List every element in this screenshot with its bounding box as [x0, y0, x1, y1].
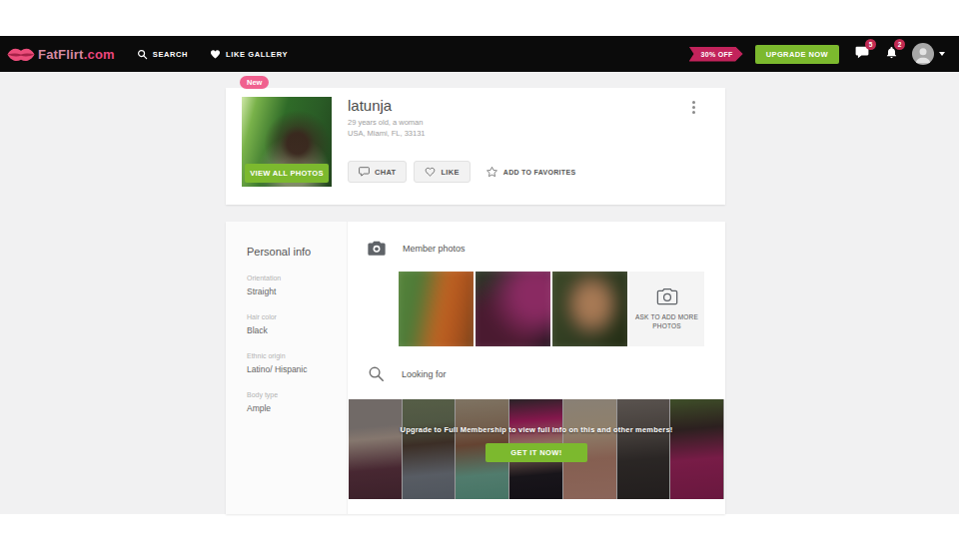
notifications-button[interactable]: 2 — [885, 45, 898, 63]
field-label: Orientation — [247, 275, 337, 281]
member-photos-row: ASK TO ADD MORE PHOTOS — [399, 272, 704, 346]
like-button-label: LIKE — [441, 168, 459, 177]
nav-search[interactable]: SEARCH — [137, 49, 188, 60]
heart-outline-icon — [425, 167, 436, 177]
navbar-left: FatFlirt.com SEARCH LIKE GALLERY — [0, 45, 288, 64]
upgrade-now-button[interactable]: UPGRADE NOW — [755, 45, 839, 64]
looking-for-title: Looking for — [402, 369, 447, 379]
top-navbar: FatFlirt.com SEARCH LIKE GALLERY 30% OFF… — [0, 36, 959, 72]
get-it-now-button[interactable]: GET IT NOW! — [485, 443, 587, 462]
person-icon — [913, 45, 933, 65]
view-all-photos-button[interactable]: VIEW ALL PHOTOS — [245, 164, 329, 183]
notifications-count-badge: 2 — [894, 39, 905, 50]
like-button[interactable]: LIKE — [414, 161, 470, 183]
banner-overlay: Upgrade to Full Membership to view full … — [349, 399, 724, 499]
search-icon — [137, 49, 148, 60]
profile-age-gender: 29 years old, a woman — [348, 117, 426, 128]
profile-details-card: Personal info Orientation Straight Hair … — [226, 222, 725, 514]
messages-count-badge: 5 — [865, 39, 876, 50]
upgrade-banner: Upgrade to Full Membership to view full … — [349, 399, 724, 499]
site-logo[interactable]: FatFlirt.com — [6, 45, 115, 64]
profile-header-card: New VIEW ALL PHOTOS latunja 29 years old… — [226, 88, 725, 205]
logo-text: FatFlirt.com — [38, 47, 115, 62]
member-photo[interactable] — [552, 272, 627, 346]
field-value: Ample — [247, 403, 337, 413]
member-photos-header: Member photos — [368, 241, 466, 256]
profile-name: latunja — [348, 97, 392, 114]
nav-like-gallery-label: LIKE GALLERY — [226, 50, 288, 59]
member-photos-title: Member photos — [403, 244, 466, 254]
lips-icon — [6, 45, 36, 64]
banner-message: Upgrade to Full Membership to view full … — [401, 425, 673, 434]
page: FatFlirt.com SEARCH LIKE GALLERY 30% OFF… — [0, 0, 959, 560]
info-field: Hair color Black — [247, 313, 337, 335]
discount-badge[interactable]: 30% OFF — [689, 47, 743, 62]
looking-for-header: Looking for — [368, 365, 447, 382]
nav-search-label: SEARCH — [153, 50, 188, 59]
profile-main-area: Member photos ASK TO ADD MORE PHOTOS — [348, 222, 725, 514]
info-field: Body type Ample — [247, 391, 337, 413]
profile-options-menu[interactable] — [690, 99, 697, 116]
avatar[interactable] — [912, 43, 934, 65]
camera-outline-icon — [656, 287, 678, 305]
field-label: Hair color — [247, 313, 337, 320]
camera-icon — [368, 241, 386, 256]
add-to-favorites-label: ADD TO FAVORITES — [503, 169, 576, 176]
star-icon — [485, 166, 498, 178]
magnifier-icon — [368, 365, 385, 382]
navbar-right: 30% OFF UPGRADE NOW 5 2 — [689, 43, 959, 65]
chat-outline-icon — [359, 167, 370, 177]
member-photo[interactable] — [476, 272, 550, 346]
profile-photo: VIEW ALL PHOTOS — [242, 97, 332, 187]
add-to-favorites-button[interactable]: ADD TO FAVORITES — [485, 166, 576, 178]
chat-button-label: CHAT — [375, 168, 396, 177]
member-photo[interactable] — [399, 272, 474, 346]
new-badge: New — [240, 76, 269, 89]
account-menu-caret[interactable] — [939, 52, 945, 56]
info-field: Orientation Straight — [247, 275, 337, 296]
field-value: Straight — [247, 286, 337, 296]
profile-actions: CHAT LIKE ADD TO FAVORITES — [348, 161, 575, 183]
field-value: Black — [247, 325, 337, 335]
field-label: Body type — [247, 391, 337, 398]
ask-add-more-photos-button[interactable]: ASK TO ADD MORE PHOTOS — [629, 272, 704, 346]
personal-info-sidebar: Personal info Orientation Straight Hair … — [226, 222, 348, 514]
nav-like-gallery[interactable]: LIKE GALLERY — [210, 49, 288, 59]
field-label: Ethnic origin — [247, 352, 337, 359]
profile-meta: 29 years old, a woman USA, Miami, FL, 33… — [348, 117, 426, 139]
info-field: Ethnic origin Latino/ Hispanic — [247, 352, 337, 374]
chat-button[interactable]: CHAT — [348, 161, 407, 183]
field-value: Latino/ Hispanic — [247, 364, 337, 374]
personal-info-title: Personal info — [247, 246, 337, 258]
profile-location: USA, Miami, FL, 33131 — [348, 128, 426, 139]
heart-icon — [210, 49, 221, 59]
messages-button[interactable]: 5 — [855, 45, 869, 63]
ask-add-more-photos-label: ASK TO ADD MORE PHOTOS — [635, 312, 699, 330]
